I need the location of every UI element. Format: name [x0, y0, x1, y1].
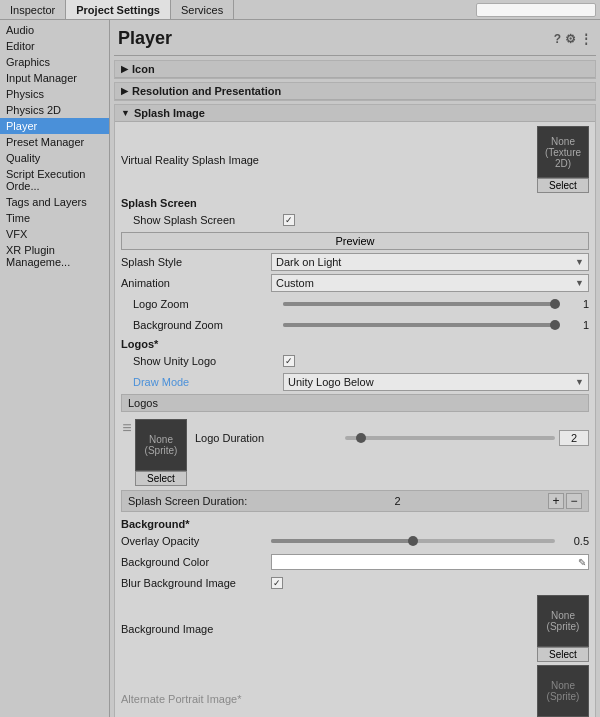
bg-zoom-track[interactable]	[283, 323, 555, 327]
background-image-label: Background Image	[121, 623, 271, 635]
sidebar-item-physics-2d[interactable]: Physics 2D	[0, 102, 109, 118]
settings-icon[interactable]: ⚙	[565, 32, 576, 46]
overlay-opacity-track[interactable]	[271, 539, 555, 543]
show-unity-logo-checkbox[interactable]	[283, 355, 295, 367]
sidebar-item-input-manager[interactable]: Input Manager	[0, 70, 109, 86]
bg-select-button[interactable]: Select	[537, 647, 589, 662]
sidebar-item-quality[interactable]: Quality	[0, 150, 109, 166]
logo-zoom-label: Logo Zoom	[133, 298, 283, 310]
preview-row: Preview	[121, 232, 589, 250]
vr-texture-box: None(Texture 2D)	[537, 126, 589, 178]
animation-row: Animation Custom ▼	[121, 274, 589, 292]
animation-label: Animation	[121, 277, 271, 289]
vr-splash-label: Virtual Reality Splash Image	[121, 154, 271, 166]
dropdown-arrow-icon: ▼	[575, 257, 584, 267]
alt-portrait-value: None(Sprite) Select	[271, 665, 589, 717]
logo-duration-track[interactable]	[345, 436, 555, 440]
draw-mode-label[interactable]: Draw Mode	[133, 376, 283, 388]
splash-style-dropdown[interactable]: Dark on Light ▼	[271, 253, 589, 271]
plus-minus-controls: + −	[548, 493, 582, 509]
animation-selected: Custom	[276, 277, 314, 289]
show-unity-logo-label: Show Unity Logo	[133, 355, 283, 367]
sidebar-item-script-execution[interactable]: Script Execution Orde...	[0, 166, 109, 194]
add-logo-button[interactable]: +	[548, 493, 564, 509]
splash-style-selected: Dark on Light	[276, 256, 341, 268]
logo-zoom-track[interactable]	[283, 302, 555, 306]
remove-logo-button[interactable]: −	[566, 493, 582, 509]
tab-project-settings[interactable]: Project Settings	[66, 0, 171, 19]
show-unity-logo-value	[283, 355, 589, 367]
preview-value: Preview	[121, 232, 589, 250]
animation-value: Custom ▼	[271, 274, 589, 292]
background-color-label: Background Color	[121, 556, 271, 568]
section-resolution-label: Resolution and Presentation	[132, 85, 281, 97]
search-input[interactable]	[476, 3, 596, 17]
draw-mode-row: Draw Mode Unity Logo Below ▼	[121, 373, 589, 391]
show-splash-checkbox[interactable]	[283, 214, 295, 226]
sidebar-item-graphics[interactable]: Graphics	[0, 54, 109, 70]
blur-background-checkbox[interactable]	[271, 577, 283, 589]
logo-item: ≡ None(Sprite) Select	[121, 419, 187, 486]
splash-style-value: Dark on Light ▼	[271, 253, 589, 271]
sidebar-item-xr-plugin[interactable]: XR Plugin Manageme...	[0, 242, 109, 270]
section-splash-image: ▼ Splash Image Virtual Reality Splash Im…	[114, 104, 596, 717]
none-sprite-label: None(Sprite)	[145, 434, 178, 456]
edit-icon: ✎	[578, 557, 586, 568]
section-splash-header[interactable]: ▼ Splash Image	[115, 105, 595, 122]
blur-background-label: Blur Background Image	[121, 577, 271, 589]
animation-dropdown[interactable]: Custom ▼	[271, 274, 589, 292]
tab-services[interactable]: Services	[171, 0, 234, 19]
blur-background-value	[271, 577, 589, 589]
background-color-field[interactable]: ✎	[271, 554, 589, 570]
sidebar-item-time[interactable]: Time	[0, 210, 109, 226]
sidebar-item-physics[interactable]: Physics	[0, 86, 109, 102]
logo-duration-number: 2	[559, 430, 589, 446]
draw-mode-dropdown[interactable]: Unity Logo Below ▼	[283, 373, 589, 391]
top-bar: Inspector Project Settings Services	[0, 0, 600, 20]
preview-button[interactable]: Preview	[121, 232, 589, 250]
sidebar-item-preset-manager[interactable]: Preset Manager	[0, 134, 109, 150]
blur-background-row: Blur Background Image	[121, 574, 589, 592]
logo-zoom-number: 1	[559, 298, 589, 310]
dropdown-arrow-icon: ▼	[575, 278, 584, 288]
none-sprite2-label: None(Sprite)	[547, 610, 580, 632]
overlay-opacity-value: 0.5	[271, 535, 589, 547]
sidebar-item-player[interactable]: Player	[0, 118, 109, 134]
tab-inspector[interactable]: Inspector	[0, 0, 66, 19]
section-resolution-header[interactable]: ▶ Resolution and Presentation	[115, 83, 595, 100]
sidebar-item-audio[interactable]: Audio	[0, 22, 109, 38]
page-title-row: Player ? ⚙ ⋮	[114, 24, 596, 56]
draw-mode-value: Unity Logo Below ▼	[283, 373, 589, 391]
splash-screen-sublabel: Splash Screen	[121, 197, 589, 209]
vr-splash-row: Virtual Reality Splash Image None(Textur…	[121, 126, 589, 193]
logo-select-button[interactable]: Select	[135, 471, 187, 486]
drag-handle-icon[interactable]: ≡	[121, 419, 133, 437]
section-splash-label: Splash Image	[134, 107, 205, 119]
show-splash-row: Show Splash Screen	[121, 211, 589, 229]
vr-splash-value: None(Texture 2D) Select	[271, 126, 589, 193]
sidebar-item-vfx[interactable]: VFX	[0, 226, 109, 242]
splash-style-label: Splash Style	[121, 256, 271, 268]
none-texture-label: None(Texture 2D)	[538, 136, 588, 169]
logos-sublabel: Logos*	[121, 338, 589, 350]
logo-duration-row: Logo Duration 2	[195, 429, 589, 447]
background-color-row: Background Color ✎	[121, 553, 589, 571]
background-zoom-label: Background Zoom	[133, 319, 283, 331]
dropdown-arrow-icon: ▼	[575, 377, 584, 387]
alt-portrait-sprite-box: None(Sprite)	[537, 665, 589, 717]
section-icon-header[interactable]: ▶ Icon	[115, 61, 595, 78]
show-unity-logo-row: Show Unity Logo	[121, 352, 589, 370]
sidebar-item-tags-layers[interactable]: Tags and Layers	[0, 194, 109, 210]
alt-portrait-row: Alternate Portrait Image* None(Sprite) S…	[121, 665, 589, 717]
splash-duration-row: Splash Screen Duration: 2 + −	[121, 490, 589, 512]
vr-select-button[interactable]: Select	[537, 178, 589, 193]
help-icon[interactable]: ?	[554, 32, 561, 46]
background-sublabel: Background*	[121, 518, 589, 530]
draw-mode-selected: Unity Logo Below	[288, 376, 374, 388]
splash-duration-value: 2	[395, 495, 401, 507]
search-bar	[476, 3, 596, 17]
page-title: Player	[118, 28, 172, 49]
more-icon[interactable]: ⋮	[580, 32, 592, 46]
section-icon: ▶ Icon	[114, 60, 596, 79]
sidebar-item-editor[interactable]: Editor	[0, 38, 109, 54]
